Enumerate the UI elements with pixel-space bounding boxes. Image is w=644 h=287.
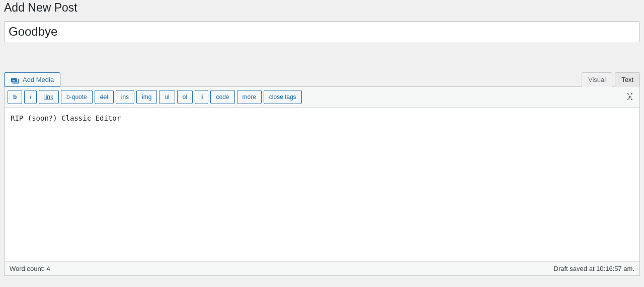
- tab-text[interactable]: Text: [615, 72, 640, 87]
- post-content-textarea[interactable]: RIP (soon?) Classic Editor: [5, 108, 639, 261]
- word-count-label: Word count: 4: [10, 265, 50, 272]
- save-status-label: Draft saved at 10:16:57 am.: [554, 265, 634, 272]
- qt-more-button[interactable]: more: [237, 90, 262, 104]
- media-icon: [11, 76, 20, 83]
- qt-ol-button[interactable]: ol: [177, 90, 193, 104]
- qt-del-button[interactable]: del: [95, 90, 114, 104]
- quicktags-toolbar: b i link b-quote del ins img ul ol li co…: [5, 87, 639, 108]
- qt-italic-button[interactable]: i: [24, 90, 37, 104]
- qt-ins-button[interactable]: ins: [116, 90, 134, 104]
- editor-container: b i link b-quote del ins img ul ol li co…: [4, 86, 640, 276]
- qt-code-button[interactable]: code: [210, 90, 234, 104]
- qt-bquote-button[interactable]: b-quote: [61, 90, 93, 104]
- qt-bold-button[interactable]: b: [8, 90, 22, 104]
- qt-img-button[interactable]: img: [136, 90, 157, 104]
- post-title-input[interactable]: [4, 21, 640, 42]
- editor-tabs: Visual Text: [579, 72, 640, 87]
- qt-link-button[interactable]: link: [39, 90, 59, 104]
- fullscreen-icon: [625, 92, 634, 103]
- add-media-label: Add Media: [23, 76, 54, 83]
- qt-close-tags-button[interactable]: close tags: [264, 90, 302, 104]
- page-title: Add New Post: [4, 1, 640, 21]
- tab-visual[interactable]: Visual: [582, 72, 612, 87]
- fullscreen-button[interactable]: [623, 90, 636, 105]
- qt-li-button[interactable]: li: [195, 90, 208, 104]
- status-bar: Word count: 4 Draft saved at 10:16:57 am…: [5, 261, 639, 275]
- qt-ul-button[interactable]: ul: [159, 90, 175, 104]
- add-media-button[interactable]: Add Media: [4, 72, 60, 87]
